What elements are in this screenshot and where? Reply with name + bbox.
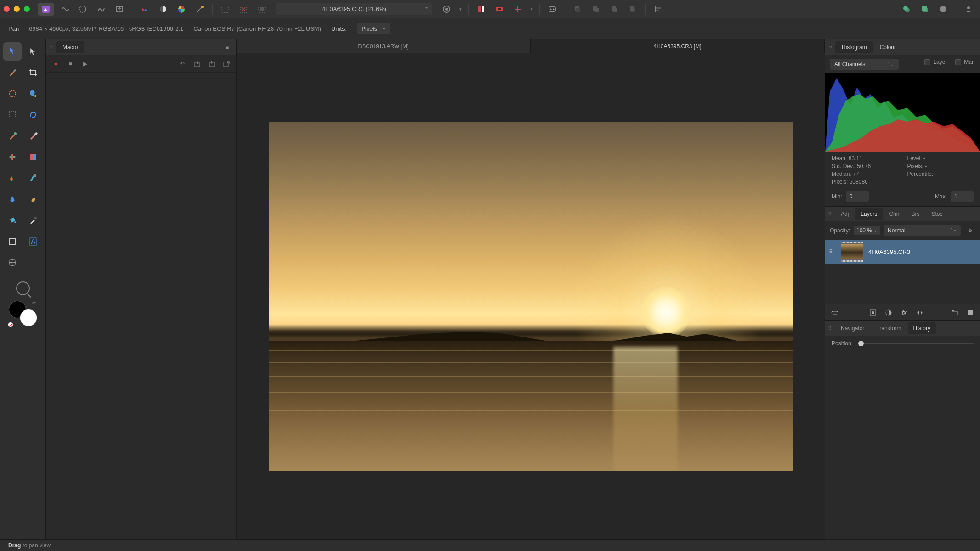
eyedropper-tool[interactable] [24,211,42,230]
mask-layer-icon[interactable] [868,308,878,318]
group-layer-icon[interactable] [950,308,960,318]
no-color-icon[interactable] [8,322,13,327]
fill-tool[interactable] [3,211,22,230]
panel-menu-icon[interactable]: ≡ [222,42,232,52]
view-tool[interactable] [3,42,22,61]
levels-adjustment-icon[interactable] [137,3,153,16]
paint-brush-tool[interactable] [3,127,22,145]
text-tool[interactable]: A [24,232,42,251]
document-tab-2[interactable]: 4H0A6395.CR3 [M] [531,39,825,53]
mesh-warp-tool[interactable] [3,253,22,272]
history-subtab[interactable]: History [908,322,936,334]
selection-all-icon[interactable] [217,3,233,16]
adjustments-subtab[interactable]: Adj [835,208,854,220]
layer-visibility-icon[interactable]: ⠿ [829,248,836,255]
minimize-window-button[interactable] [14,6,20,12]
color-wheel-icon[interactable] [174,3,189,16]
dodge-tool[interactable] [3,169,22,187]
liquify-persona-button[interactable] [57,3,72,16]
selection-invert-icon[interactable] [254,3,270,16]
freehand-selection-tool[interactable] [24,106,42,124]
blend-mode-select[interactable]: Normal⌃⌄ [884,225,961,236]
clone-brush-tool[interactable] [24,148,42,166]
macro-export-icon[interactable] [207,59,217,69]
move-tool[interactable] [24,42,42,61]
force-pixel-alignment-icon[interactable] [510,3,526,16]
viewport[interactable] [237,53,825,539]
marquee-checkbox[interactable]: Mar [955,59,974,65]
macro-undo-icon[interactable]: ↶ [177,59,187,69]
add-layer-icon[interactable] [917,3,933,16]
pen-tool[interactable] [3,190,22,208]
macro-popout-icon[interactable] [221,59,232,69]
smudge-tool[interactable] [24,190,42,208]
flood-select-tool[interactable] [24,84,42,103]
selection-brush-tool[interactable] [3,84,22,103]
arrange-forward-icon[interactable] [606,3,622,16]
layer-settings-icon[interactable]: ⚙ [964,225,975,236]
shape-tool[interactable] [3,232,22,251]
stock-icon[interactable] [935,3,951,16]
histogram-panel-grip[interactable]: ⠿ [829,44,832,50]
quick-mask-icon[interactable] [439,3,454,16]
transform-subtab[interactable]: Transform [871,322,906,334]
channel-select[interactable]: All Channels⌃⌄ [830,59,899,70]
units-select[interactable]: Pixels [357,23,390,34]
macro-import-icon[interactable] [192,59,202,69]
maximize-window-button[interactable] [24,6,30,12]
zoom-tool[interactable] [16,281,30,295]
photo-persona-button[interactable] [38,3,54,16]
adjustment-circle-icon[interactable] [155,3,171,16]
align-left-icon[interactable] [650,3,666,16]
arrange-front-icon[interactable] [625,3,640,16]
macro-record-button[interactable]: ● [51,59,61,69]
adjustment-layer-icon[interactable] [884,308,894,318]
layer-item[interactable]: ⠿ 4H0A6395.CR3 [825,240,980,264]
marquee-tool[interactable] [3,106,22,124]
color-picker-tool[interactable] [3,63,22,82]
snapping-icon[interactable] [473,3,489,16]
crop-tool[interactable] [24,63,42,82]
stock-subtab[interactable]: Stoc [926,208,948,220]
color-swatches[interactable]: ⤺ [9,301,37,326]
foreground-color-swatch[interactable] [20,309,37,326]
colour-tab[interactable]: Colour [873,41,902,53]
erase-brush-tool[interactable] [24,127,42,145]
channels-subtab[interactable]: Chn [884,208,905,220]
macro-tab[interactable]: Macro [56,41,84,53]
panel-grip-icon[interactable]: ⠿ [50,44,52,50]
swap-colors-icon[interactable]: ⤺ [32,300,36,306]
export-persona-button[interactable] [112,3,127,16]
document-tab-1[interactable]: DSC01913.ARW [M] [237,39,531,53]
auto-adjust-icon[interactable] [192,3,208,16]
arrange-back-icon[interactable] [570,3,585,16]
retouch-tool[interactable] [24,169,42,187]
opacity-field[interactable]: 100 %⌄ [854,226,880,235]
history-position-slider[interactable] [858,343,974,344]
layer-link-icon[interactable] [830,308,840,318]
develop-persona-button[interactable] [75,3,91,16]
alignment-dropdown[interactable]: ▾ [528,3,535,16]
add-layer-group-icon[interactable] [899,3,914,16]
close-window-button[interactable] [4,6,10,12]
assistant-icon[interactable] [492,3,507,16]
tone-mapping-persona-button[interactable] [93,3,109,16]
healing-brush-tool[interactable] [3,148,22,166]
robot-assistant-icon[interactable] [544,3,560,16]
max-input[interactable] [951,191,974,202]
crop-layer-icon[interactable] [915,308,925,318]
layers-panel-grip[interactable]: ⠿ [828,211,831,217]
document-title-field[interactable]: 4H0A6395.CR3 (21.6%) * [276,3,432,15]
macro-stop-button[interactable]: ■ [65,59,75,69]
macro-play-button[interactable]: ▶ [80,59,90,69]
fx-layer-icon[interactable]: fx [899,308,909,318]
min-input[interactable] [846,191,869,202]
account-icon[interactable] [961,3,976,16]
brushes-subtab[interactable]: Brs [906,208,925,220]
arrange-backward-icon[interactable] [588,3,604,16]
navigator-subtab[interactable]: Navigator [835,322,870,334]
history-panel-grip[interactable]: ⠿ [828,326,831,332]
selection-deselect-icon[interactable] [236,3,251,16]
layers-subtab[interactable]: Layers [855,208,883,220]
layer-checkbox[interactable]: Layer [924,59,947,65]
